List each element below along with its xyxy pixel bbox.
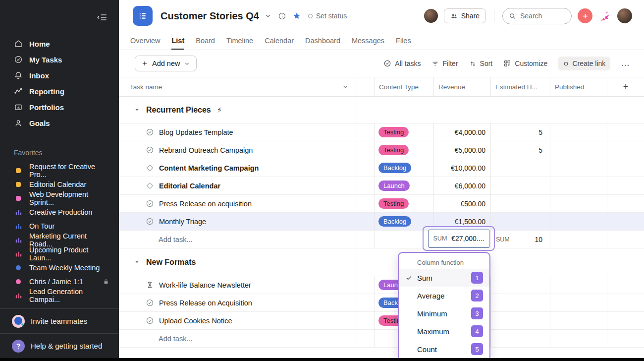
share-button[interactable]: Share [444,8,486,23]
estimated-hours-value[interactable]: 5 [490,141,550,159]
table-row[interactable]: Press Release on acquisition Testing €50… [119,195,644,213]
info-icon[interactable] [278,12,286,20]
published-cell[interactable] [550,123,607,141]
task-name[interactable]: Work-life Balance Newsletter [159,281,251,289]
add-new-button[interactable]: Add new [135,56,197,71]
sidebar-item-my-tasks[interactable]: My Tasks [0,52,119,67]
table-row[interactable]: Press Release on Acquisition Backlog [119,294,644,312]
sum-editor[interactable]: SUM €27,000.... [429,230,489,248]
revenue-value[interactable]: €4,000.00 [433,123,490,141]
column-header-published[interactable]: Published [550,77,607,96]
published-cell[interactable] [550,294,607,311]
search-input[interactable] [502,8,572,24]
revenue-value[interactable]: €6,000.00 [433,177,490,194]
task-name[interactable]: Blog Updates Template [159,128,233,136]
table-row[interactable]: Content Marketing Campaign Backlog €10,0… [119,159,644,177]
task-name[interactable]: Rebrand Outreach Campaign [159,146,253,154]
published-cell[interactable] [550,141,607,159]
section-title[interactable]: Recurrent Pieces [146,106,211,115]
task-name[interactable]: Content Marketing Campaign [159,164,259,172]
sidebar-item-home[interactable]: Home [0,36,119,52]
tab-messages[interactable]: Messages [352,32,384,50]
menu-item-sum[interactable]: Sum 1 [399,269,489,287]
favorite-item[interactable]: Lead Generation Campai... [0,289,119,302]
tab-calendar[interactable]: Calendar [265,32,294,50]
content-type-pill[interactable]: Backlog [378,216,411,227]
menu-item-minimum[interactable]: Minimum 3 [399,304,489,322]
menu-item-average[interactable]: Average 2 [399,287,489,304]
help-button[interactable]: ? Help & getting started [0,333,119,358]
favorite-item[interactable]: Editorial Calendar [0,178,119,191]
revenue-sum-cell-focused[interactable]: SUM €27,000.... [423,226,495,251]
filter-button[interactable]: Filter [431,60,458,67]
search-field[interactable] [520,12,565,20]
favorite-item[interactable]: Web Development Sprint... [0,191,119,205]
add-task-button[interactable]: Add task... [119,231,356,248]
favorite-item[interactable]: Request for Creative Pro... [0,164,119,178]
favorite-item[interactable]: Chris / Jamie 1:1 [0,275,119,289]
estimated-hours-value[interactable] [490,159,550,177]
published-cell[interactable] [550,213,607,230]
sidebar-item-reporting[interactable]: Reporting [0,83,119,99]
task-complete-icon[interactable] [146,217,154,226]
content-type-pill[interactable]: Testing [378,127,409,137]
task-name[interactable]: Press Release on acquisition [159,200,252,208]
set-status-button[interactable]: Set status [308,12,347,20]
section-collapse-caret-icon[interactable] [134,259,140,265]
published-cell[interactable] [550,159,607,177]
more-options-icon[interactable]: ... [621,60,630,67]
tab-timeline[interactable]: Timeline [226,32,253,50]
menu-item-count[interactable]: Count 5 [399,340,489,358]
tab-dashboard[interactable]: Dashboard [305,32,340,50]
published-cell[interactable] [550,177,607,194]
menu-item-maximum[interactable]: Maximum 4 [399,322,489,340]
task-complete-icon[interactable] [146,316,154,325]
section-collapse-caret-icon[interactable] [134,107,140,113]
content-type-pill[interactable]: Backlog [378,163,411,173]
table-row[interactable]: Editorial Calendar Launch €6,000.00 [119,177,644,195]
milestone-diamond-icon[interactable] [146,181,154,190]
revenue-value[interactable]: €500.00 [433,195,490,212]
collapse-sidebar-icon[interactable] [96,12,108,25]
task-complete-icon[interactable] [146,199,154,208]
customize-button[interactable]: Customize [503,60,547,67]
quick-add-button[interactable] [578,8,592,23]
add-task-button[interactable]: Add task... [119,330,356,347]
estimated-hours-value[interactable] [490,177,550,194]
invite-teammates-button[interactable]: + Invite teammates [0,308,119,333]
published-cell[interactable] [550,312,607,329]
task-name[interactable]: Monthly Triage [159,218,206,226]
column-header-revenue[interactable]: Revenue [433,77,490,96]
estimated-sum-cell[interactable]: SUM 10 [490,231,550,248]
favorite-item[interactable]: Team Weekly Meeting [0,261,119,275]
estimated-hours-value[interactable] [490,195,550,212]
task-complete-icon[interactable] [146,128,154,136]
task-name[interactable]: Upload Cookies Notice [159,317,232,325]
favorite-item[interactable]: Upcoming Product Laun... [0,247,119,261]
member-avatar[interactable] [424,9,438,23]
revenue-value[interactable]: €5,000.00 [433,141,490,159]
milestone-diamond-icon[interactable] [146,164,154,172]
project-list-icon[interactable] [133,6,153,26]
content-type-cell[interactable]: Backlog [374,159,433,177]
all-tasks-filter-button[interactable]: All tasks [383,60,421,67]
tab-board[interactable]: Board [196,32,215,50]
task-name[interactable]: Editorial Calendar [159,182,220,190]
published-cell[interactable] [550,195,607,212]
estimated-hours-value[interactable]: 5 [490,123,550,141]
sidebar-item-goals[interactable]: Goals [0,115,119,131]
column-header-estimated-hours[interactable]: Estimated H... [490,77,550,96]
favorite-item[interactable]: On Tour [0,219,119,233]
estimated-hours-value[interactable] [490,213,550,230]
task-name[interactable]: Press Release on Acquisition [159,299,252,307]
favorite-item[interactable]: Creative Production [0,205,119,219]
sort-button[interactable]: Sort [469,60,493,67]
content-type-pill[interactable]: Testing [378,198,409,209]
favorite-item[interactable]: Marketing Current Road... [0,233,119,247]
published-cell[interactable] [550,276,607,294]
favorite-star-icon[interactable] [292,11,301,20]
content-type-cell[interactable]: Testing [374,195,433,212]
add-column-button[interactable]: + [607,77,644,96]
create-link-button[interactable]: Create link [558,57,610,70]
task-complete-icon[interactable] [146,299,154,307]
